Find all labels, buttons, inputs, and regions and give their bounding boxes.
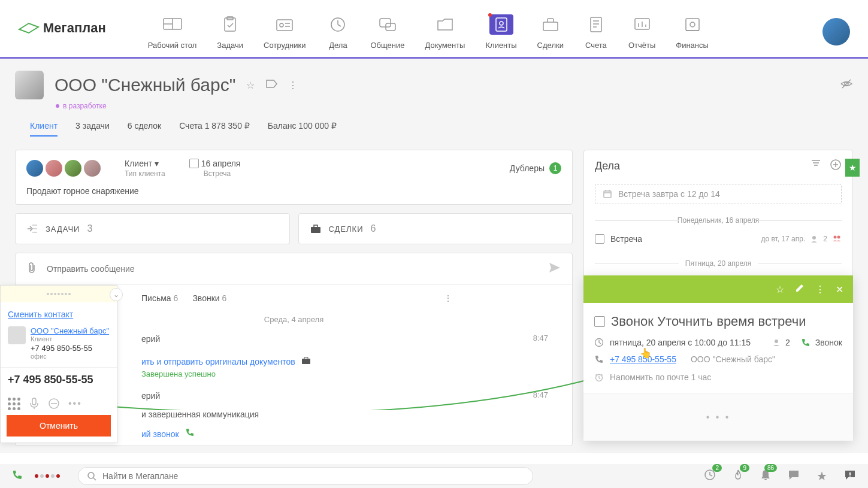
svg-rect-30 [311, 227, 320, 233]
more-icon[interactable]: ••• [68, 398, 82, 409]
meeting-date-field[interactable]: 16 апреля Встреча [189, 159, 241, 178]
favorite-tab[interactable]: ★ [845, 159, 860, 177]
contact-company-link[interactable]: ООО "Снежный барс" [31, 326, 109, 335]
deals-card[interactable]: СДЕЛКИ 6 [298, 213, 573, 244]
avatar[interactable] [46, 160, 62, 177]
phone-number-display: +7 495 850-55-55 [1, 367, 117, 392]
phone-icon [801, 338, 810, 347]
dela-panel: ★ Дела Встреча завтра с 12 до 14 Понедел… [583, 150, 853, 283]
tab-letters[interactable]: Письма6 [141, 293, 178, 303]
star-icon[interactable]: ☆ [776, 284, 784, 295]
nav-bills[interactable]: Счета [584, 14, 608, 50]
avatar[interactable] [65, 160, 81, 177]
dela-quick-input[interactable]: Встреча завтра с 12 до 14 [595, 184, 842, 204]
add-icon[interactable] [830, 159, 842, 173]
visibility-icon[interactable] [840, 78, 853, 92]
chevron-down-icon[interactable]: ⌄ [110, 288, 123, 301]
tab-tasks[interactable]: 3 задачи [75, 121, 110, 137]
change-contact-link[interactable]: Сменить контакт [8, 310, 110, 319]
star-icon[interactable]: ★ [816, 469, 827, 483]
tab-client[interactable]: Клиент [30, 121, 58, 137]
date-separator: Пятница, 20 апреля [595, 259, 842, 268]
avatar[interactable] [26, 160, 43, 177]
svg-line-29 [842, 80, 851, 88]
feedback-icon[interactable] [844, 469, 856, 483]
more-icon[interactable]: ⋮ [288, 80, 298, 91]
user-avatar[interactable] [822, 18, 850, 46]
client-title: ООО "Снежный барс" [55, 75, 235, 95]
call-panel: ☆ ⋮ ✕ Звонок Уточнить время встречи пятн… [583, 275, 853, 441]
more-icon[interactable]: ⋮ [815, 284, 825, 295]
nav-tasks[interactable]: Задачи [217, 14, 243, 50]
clock-icon [594, 338, 604, 347]
tasks-card[interactable]: ЗАДАЧИ 3 [15, 213, 290, 244]
phone-icon[interactable] [12, 469, 23, 483]
edit-icon[interactable] [795, 283, 805, 295]
svg-line-52 [93, 478, 96, 480]
svg-rect-5 [277, 20, 292, 31]
overdue-icon[interactable]: 2 [704, 469, 716, 483]
call-footer[interactable]: • • • [583, 393, 853, 441]
date-separator: Понедельник, 16 апреля [595, 216, 842, 225]
message-input[interactable] [47, 264, 548, 274]
nav-desktop[interactable]: Рабочий стол [148, 14, 197, 50]
svg-rect-25 [686, 19, 699, 31]
status-dot-icon [56, 104, 59, 108]
search-input[interactable] [102, 471, 524, 481]
briefcase-icon [301, 356, 311, 365]
svg-rect-31 [302, 359, 310, 364]
nav-communication[interactable]: Общение [370, 14, 404, 50]
tasks-icon [26, 223, 38, 234]
send-icon[interactable] [548, 262, 561, 276]
svg-point-46 [775, 340, 778, 343]
nav-reports[interactable]: Отчёты [628, 14, 655, 50]
attachment-icon[interactable] [26, 262, 37, 276]
svg-rect-14 [496, 18, 507, 31]
checkbox-icon[interactable] [595, 234, 604, 244]
recording-indicator [35, 474, 60, 478]
cancel-button[interactable]: Отменить [7, 415, 111, 437]
dela-item-meeting[interactable]: Встреча до вт, 17 апр. 2 [595, 231, 842, 247]
checkbox-icon[interactable] [594, 316, 605, 327]
top-nav: Мегаплан Рабочий стол Задачи Сотрудники … [0, 0, 868, 59]
nav-documents[interactable]: Документы [425, 14, 465, 50]
bottom-bar: 2 9 86 ★ [0, 464, 868, 488]
tab-balance[interactable]: Баланс 100 000 ₽ [268, 121, 337, 137]
notifications-icon[interactable]: 86 [760, 469, 771, 483]
team-avatars[interactable] [26, 160, 101, 177]
hot-icon[interactable]: 9 [733, 469, 743, 483]
badge: 1 [549, 162, 561, 174]
phone-popup: ⌄ Сменить контакт ООО "Снежный барс" Кли… [0, 285, 117, 443]
client-description: Продают горное снаряжение [26, 186, 561, 196]
global-search[interactable] [78, 467, 533, 485]
popup-handle[interactable]: ⌄ [1, 286, 117, 302]
tab-bills[interactable]: Счета 1 878 350 ₽ [179, 121, 250, 137]
phone-icon [594, 354, 604, 364]
nav-deals[interactable]: Сделки [537, 14, 564, 50]
tab-calls[interactable]: Звонки6 [192, 293, 226, 303]
search-icon [87, 471, 96, 481]
close-icon[interactable]: ✕ [836, 284, 843, 295]
minus-circle-icon[interactable] [48, 398, 60, 410]
tag-icon[interactable] [265, 79, 277, 91]
person-icon [810, 235, 818, 243]
client-type-field[interactable]: Клиент ▾ Тип клиента [125, 159, 165, 178]
nav-finance[interactable]: Финансы [676, 14, 709, 50]
nav-clients[interactable]: Клиенты [485, 14, 516, 50]
avatar[interactable] [84, 160, 101, 177]
dialpad-icon[interactable] [8, 398, 20, 410]
tab-deals[interactable]: 6 сделок [128, 121, 161, 137]
logo[interactable]: Мегаплан [18, 20, 106, 36]
more-icon[interactable]: ⋮ [444, 293, 452, 303]
nav-employees[interactable]: Сотрудники [264, 14, 306, 50]
duplicates-link[interactable]: Дублеры 1 [510, 162, 561, 174]
svg-rect-16 [543, 22, 558, 31]
checkbox-icon[interactable] [189, 159, 199, 168]
svg-point-43 [834, 235, 837, 238]
chat-icon[interactable] [788, 469, 800, 483]
microphone-icon[interactable] [29, 397, 40, 410]
call-title: Звонок Уточнить время встречи [611, 314, 806, 329]
filter-icon[interactable] [810, 159, 821, 173]
star-icon[interactable]: ☆ [246, 80, 255, 91]
nav-dela[interactable]: Дела [326, 14, 350, 50]
